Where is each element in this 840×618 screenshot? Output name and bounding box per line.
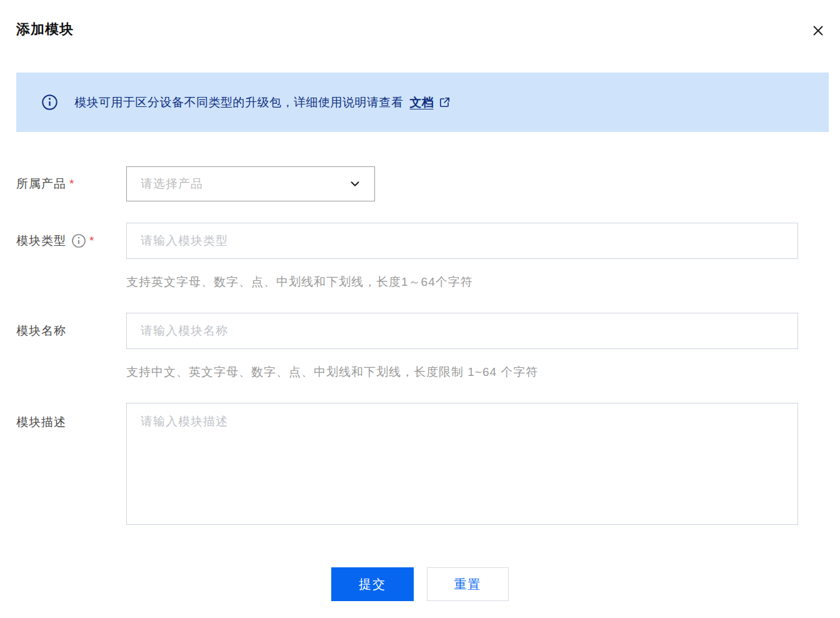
chevron-down-icon <box>348 177 362 191</box>
module-name-hint: 支持中文、英文字母、数字、点、中划线和下划线，长度限制 1~64 个字符 <box>126 365 840 379</box>
module-type-hint: 支持英文字母、数字、点、中划线和下划线，长度1～64个字符 <box>126 275 840 289</box>
required-asterisk: * <box>89 234 94 248</box>
module-type-label: 模块类型 <box>16 233 66 249</box>
module-desc-textarea[interactable] <box>126 403 798 525</box>
close-icon[interactable] <box>810 23 826 39</box>
docs-link[interactable]: 文档 <box>410 94 434 111</box>
submit-button[interactable]: 提交 <box>331 567 414 601</box>
module-type-label-group: 模块类型 * <box>16 233 126 249</box>
info-banner: 模块可用于区分设备不同类型的升级包，详细使用说明请查看 文档 <box>16 73 829 132</box>
product-select-placeholder: 请选择产品 <box>141 176 203 192</box>
info-circle-icon <box>41 94 58 111</box>
banner-message: 模块可用于区分设备不同类型的升级包，详细使用说明请查看 <box>74 94 404 111</box>
module-name-input[interactable] <box>126 313 798 349</box>
add-module-form: 所属产品 * 请选择产品 模块类型 * 支持英文字母 <box>16 166 840 525</box>
dialog-title: 添加模块 <box>16 20 74 39</box>
dialog-header: 添加模块 <box>0 0 840 39</box>
module-desc-label-group: 模块描述 <box>16 403 126 430</box>
product-label-group: 所属产品 * <box>16 176 126 192</box>
reset-button[interactable]: 重置 <box>427 567 509 601</box>
field-row-product: 所属产品 * 请选择产品 <box>16 166 840 201</box>
product-select[interactable]: 请选择产品 <box>126 166 375 201</box>
field-row-module-desc: 模块描述 <box>16 403 840 525</box>
product-label: 所属产品 <box>16 176 66 192</box>
module-desc-label: 模块描述 <box>16 414 66 430</box>
required-asterisk: * <box>69 177 74 191</box>
form-actions: 提交 重置 <box>0 567 840 601</box>
module-name-label-group: 模块名称 <box>16 323 126 339</box>
external-link-icon[interactable] <box>439 96 451 108</box>
module-type-input[interactable] <box>126 223 798 259</box>
module-name-label: 模块名称 <box>16 323 66 339</box>
field-row-module-type: 模块类型 * <box>16 223 840 259</box>
info-circle-icon[interactable] <box>71 233 86 248</box>
field-row-module-name: 模块名称 <box>16 313 840 349</box>
